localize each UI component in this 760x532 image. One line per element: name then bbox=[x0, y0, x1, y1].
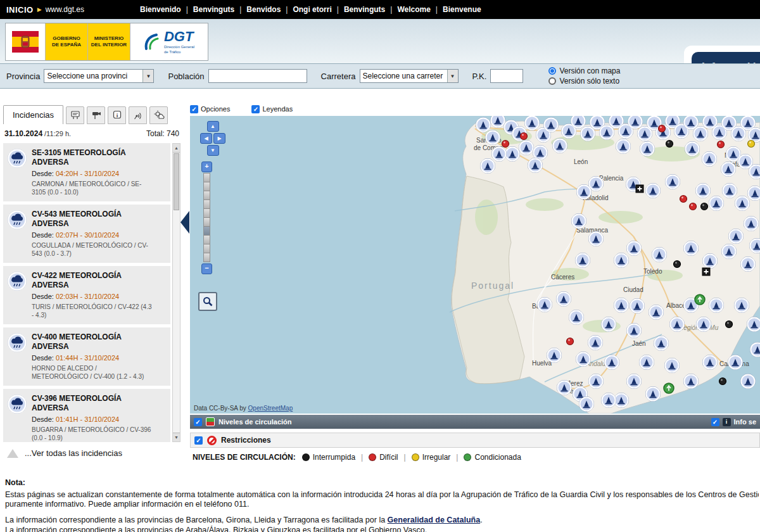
map-incident-marker[interactable] bbox=[524, 116, 539, 130]
pan-left-button[interactable]: ◀ bbox=[200, 133, 212, 144]
map-incident-marker[interactable] bbox=[575, 253, 590, 267]
map-incident-marker[interactable] bbox=[721, 244, 736, 258]
map-incident-marker[interactable] bbox=[505, 146, 519, 161]
map-incident-marker[interactable] bbox=[728, 229, 743, 243]
site-url[interactable]: www.dgt.es bbox=[46, 5, 84, 14]
map-incident-marker[interactable] bbox=[614, 253, 628, 267]
map-incident-marker[interactable] bbox=[664, 358, 679, 372]
map-incident-marker[interactable] bbox=[556, 291, 571, 306]
map-incident-marker[interactable] bbox=[571, 116, 585, 129]
generalidad-link[interactable]: Generalidad de Cataluña bbox=[388, 516, 481, 524]
map-incident-marker[interactable] bbox=[685, 141, 699, 156]
pan-up-button[interactable]: ▲ bbox=[207, 121, 219, 132]
view-all-link[interactable]: ...Ver todas las incidencias bbox=[25, 448, 122, 458]
map-incident-marker[interactable] bbox=[626, 323, 641, 338]
map-incident-marker[interactable] bbox=[669, 317, 684, 331]
tab-incidencias[interactable]: Incidencias bbox=[3, 105, 63, 124]
pk-input[interactable] bbox=[490, 69, 523, 83]
map-incident-marker[interactable] bbox=[674, 261, 681, 268]
map-incident-marker[interactable] bbox=[683, 374, 698, 388]
map-incident-marker[interactable] bbox=[588, 374, 603, 388]
map-incident-marker[interactable] bbox=[640, 141, 654, 156]
magnifier-button[interactable] bbox=[198, 292, 217, 311]
map-incident-marker[interactable] bbox=[702, 355, 717, 369]
map-incident-marker[interactable] bbox=[747, 186, 760, 200]
zoom-slider-thumb[interactable] bbox=[203, 226, 210, 236]
map-incident-marker[interactable] bbox=[485, 130, 500, 144]
greeting-link[interactable]: Bienvenue bbox=[443, 5, 481, 14]
map-incident-marker[interactable] bbox=[734, 298, 749, 312]
pan-down-button[interactable]: ▼ bbox=[207, 145, 219, 156]
map-incident-marker[interactable] bbox=[718, 141, 725, 148]
map-incident-marker[interactable] bbox=[579, 396, 593, 411]
map-incident-marker[interactable] bbox=[480, 158, 495, 173]
map-incident-marker[interactable] bbox=[664, 383, 674, 393]
map-incident-marker[interactable] bbox=[709, 196, 723, 210]
openstreetmap-link[interactable]: OpenStreetMap bbox=[248, 405, 293, 412]
map-incident-marker[interactable] bbox=[748, 127, 760, 142]
map-incident-marker[interactable] bbox=[519, 140, 533, 155]
map-incident-marker[interactable] bbox=[537, 297, 552, 312]
map-incident-marker[interactable] bbox=[735, 196, 749, 210]
map-incident-marker[interactable] bbox=[476, 117, 490, 132]
map-canvas[interactable]: Santiagode CompoLeónNavaNafarroaPalencia… bbox=[190, 116, 760, 414]
map-incident-marker[interactable] bbox=[614, 298, 628, 312]
map-incident-marker[interactable] bbox=[588, 231, 603, 246]
map-incident-marker[interactable] bbox=[645, 386, 660, 401]
niveles-checkbox[interactable]: ✓ bbox=[194, 418, 202, 426]
poblacion-input[interactable] bbox=[208, 69, 307, 83]
map-incident-marker[interactable] bbox=[636, 185, 643, 193]
map-incident-marker[interactable] bbox=[740, 256, 755, 271]
map-incident-marker[interactable] bbox=[666, 141, 673, 148]
map-incident-marker[interactable] bbox=[628, 116, 642, 129]
map-incident-marker[interactable] bbox=[547, 348, 561, 362]
map-incident-marker[interactable] bbox=[645, 183, 660, 198]
map-incident-marker[interactable] bbox=[601, 393, 616, 407]
incident-item[interactable]: CV-400 METEOROLOGÍA ADVERSA Desde: 01:44… bbox=[3, 327, 170, 386]
map-incident-marker[interactable] bbox=[659, 125, 666, 132]
greeting-link[interactable]: Benvidos bbox=[246, 5, 281, 14]
greeting-link[interactable]: Ongi etorri bbox=[293, 5, 331, 14]
map-incident-marker[interactable] bbox=[639, 355, 654, 369]
greeting-link[interactable]: Benvinguts bbox=[193, 5, 234, 14]
map-incident-marker[interactable] bbox=[709, 298, 723, 312]
map-incident-marker[interactable] bbox=[502, 141, 509, 148]
map-incident-marker[interactable] bbox=[490, 116, 505, 128]
tab-cameras[interactable] bbox=[87, 106, 105, 124]
opciones-checkbox[interactable]: ✓ bbox=[190, 105, 198, 113]
map-incident-marker[interactable] bbox=[695, 294, 705, 305]
map-incident-marker[interactable] bbox=[552, 138, 567, 153]
inicio-link[interactable]: INICIO bbox=[6, 5, 34, 15]
map-incident-marker[interactable] bbox=[748, 141, 755, 148]
scroll-up-arrow-icon[interactable]: ▲ bbox=[173, 144, 180, 153]
map-incident-marker[interactable] bbox=[571, 213, 586, 228]
map-incident-marker[interactable] bbox=[702, 268, 710, 276]
map-incident-marker[interactable] bbox=[557, 380, 571, 395]
scroll-down-arrow-icon[interactable]: ▼ bbox=[173, 433, 180, 441]
map-incident-marker[interactable] bbox=[588, 335, 602, 350]
tab-panels[interactable] bbox=[66, 106, 84, 124]
incident-item[interactable]: SE-3105 METEOROLOGÍA ADVERSA Desde: 04:2… bbox=[3, 143, 170, 201]
map-incident-marker[interactable] bbox=[702, 151, 716, 166]
map-incident-marker[interactable] bbox=[747, 317, 760, 331]
map-incident-marker[interactable] bbox=[569, 310, 583, 324]
list-scrollbar[interactable]: ▲ ▼ bbox=[172, 143, 180, 442]
provincia-select[interactable]: Seleccione una provinci ▼ bbox=[44, 69, 154, 83]
map-incident-marker[interactable] bbox=[626, 241, 641, 255]
map-incident-marker[interactable] bbox=[702, 253, 717, 268]
map-incident-marker[interactable] bbox=[652, 247, 666, 262]
dgt-logo[interactable]: DGT Dirección General de Tráfico bbox=[130, 23, 208, 60]
pan-right-button[interactable]: ▶ bbox=[213, 133, 225, 144]
map-incident-marker[interactable] bbox=[626, 374, 641, 388]
map-incident-marker[interactable] bbox=[616, 139, 630, 153]
sidebar-collapse-handle[interactable] bbox=[180, 211, 189, 234]
greeting-link[interactable]: Benvinguts bbox=[344, 5, 385, 14]
map-incident-marker[interactable] bbox=[701, 203, 708, 210]
map-incident-marker[interactable] bbox=[744, 216, 758, 231]
map-incident-marker[interactable] bbox=[683, 241, 698, 255]
incident-item[interactable]: CV-543 METEOROLOGÍA ADVERSA Desde: 02:07… bbox=[3, 205, 170, 263]
radio-version-mapa[interactable] bbox=[548, 67, 556, 75]
map-incident-marker[interactable] bbox=[680, 196, 687, 203]
incident-item[interactable]: CV-396 METEOROLOGÍA ADVERSA Desde: 01:41… bbox=[3, 389, 170, 442]
map-incident-marker[interactable] bbox=[654, 336, 668, 350]
